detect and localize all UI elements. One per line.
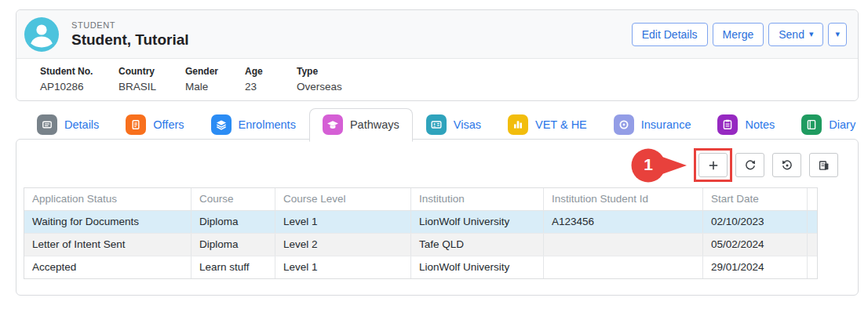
refresh-icon	[744, 159, 757, 172]
tab-label: Diary	[829, 118, 855, 131]
student-header-card: STUDENT Student, Tutorial Edit DetailsMe…	[16, 9, 859, 101]
pathways-table: Application StatusCourseCourse LevelInst…	[24, 187, 818, 279]
caret-down-icon: ▾	[835, 30, 840, 38]
insurance-icon	[614, 114, 634, 135]
tab-visas[interactable]: Visas	[413, 108, 494, 141]
details-icon	[37, 114, 57, 135]
table-cell: Waiting for Documents	[24, 211, 191, 233]
table-cell: A123456	[544, 211, 703, 233]
pathways-icon	[323, 114, 343, 135]
table-cell: Level 1	[275, 256, 411, 278]
button-label: Merge	[723, 28, 754, 41]
table-cell: LionWolf University	[411, 211, 544, 233]
table-row[interactable]: Letter of Intent SentDiplomaLevel 2Tafe …	[24, 234, 817, 256]
toolbar-buttons: 1	[16, 140, 858, 187]
info-field-country: CountryBRASIL	[119, 66, 185, 93]
column-header[interactable]: Institution	[411, 188, 544, 210]
tab-label: Enrolments	[239, 118, 296, 131]
student-page: STUDENT Student, Tutorial Edit DetailsMe…	[0, 0, 868, 316]
history-icon	[781, 159, 793, 172]
tab-label: VET & HE	[535, 118, 587, 131]
tab-label: Notes	[745, 118, 775, 131]
table-cell: Diploma	[191, 211, 275, 233]
tab-diary[interactable]: Diary	[788, 108, 868, 141]
table-row[interactable]: Waiting for DocumentsDiplomaLevel 1LionW…	[24, 211, 817, 234]
table-cell: Diploma	[191, 234, 275, 256]
tab-insurance[interactable]: Insurance	[600, 108, 705, 141]
merge-button[interactable]: Merge	[713, 23, 764, 46]
tab-details[interactable]: Details	[24, 108, 112, 141]
copy-icon	[818, 159, 830, 172]
student-avatar-icon	[24, 17, 59, 52]
table-cell: Tafe QLD	[411, 234, 544, 256]
annotation-number: 1	[640, 155, 657, 174]
info-value: BRASIL	[119, 81, 185, 93]
column-header[interactable]: Course Level	[275, 188, 411, 210]
tab-vet-he[interactable]: VET & HE	[494, 108, 600, 141]
info-value: Overseas	[297, 81, 342, 93]
info-label: Country	[119, 66, 185, 77]
notes-icon	[717, 114, 738, 135]
copy-button[interactable]	[809, 153, 838, 177]
add-button[interactable]	[698, 153, 728, 177]
enrolments-icon	[211, 114, 232, 135]
tab-panel-pathways: 1 Application StatusCourseCourse LevelIn…	[16, 139, 859, 296]
column-header[interactable]: Start Date	[703, 188, 808, 210]
table-cell: LionWolf University	[411, 256, 544, 278]
info-label: Type	[297, 66, 342, 77]
column-header[interactable]: Institution Student Id	[544, 188, 703, 210]
tab-enrolments[interactable]: Enrolments	[198, 108, 309, 141]
caret-down-icon: ▾	[809, 30, 814, 38]
button-label: Send	[779, 28, 804, 41]
button-label: Edit Details	[642, 28, 698, 41]
tab-notes[interactable]: Notes	[704, 108, 788, 141]
more-button[interactable]: ▾	[828, 23, 847, 46]
refresh-button[interactable]	[735, 153, 764, 177]
table-header-row: Application StatusCourseCourse LevelInst…	[24, 188, 817, 211]
info-field-age: Age23	[245, 66, 297, 93]
table-cell: Accepted	[24, 256, 191, 278]
table-cell: Level 1	[275, 211, 411, 233]
column-header[interactable]: Course	[191, 188, 275, 210]
student-header: STUDENT Student, Tutorial Edit DetailsMe…	[16, 10, 858, 58]
info-field-type: TypeOverseas	[297, 66, 342, 93]
scroll-gutter	[808, 234, 817, 256]
info-value: AP10286	[40, 81, 119, 93]
column-header[interactable]: Application Status	[24, 188, 191, 210]
tab-label: Details	[64, 118, 99, 131]
scroll-gutter	[808, 256, 817, 278]
info-label: Student No.	[40, 66, 119, 77]
table-cell: Learn stuff	[191, 256, 275, 278]
info-value: 23	[245, 81, 297, 93]
table-cell: 05/02/2024	[703, 234, 808, 256]
table-cell: Level 2	[275, 234, 411, 256]
tab-label: Offers	[153, 118, 184, 131]
diary-icon	[801, 114, 822, 135]
table-cell: 29/01/2024	[703, 256, 808, 278]
edit-details-button[interactable]: Edit Details	[632, 23, 708, 46]
info-field-gender: GenderMale	[185, 66, 245, 93]
info-label: Age	[245, 66, 297, 77]
plus-icon	[707, 159, 720, 172]
tab-offers[interactable]: Offers	[112, 108, 197, 141]
offers-icon	[126, 114, 146, 135]
table-row[interactable]: AcceptedLearn stuffLevel 1LionWolf Unive…	[24, 256, 817, 278]
tab-label: Visas	[454, 118, 481, 131]
visas-icon	[426, 114, 447, 135]
tab-bar: DetailsOffersEnrolmentsPathwaysVisasVET …	[16, 108, 859, 141]
tab-label: Pathways	[350, 118, 399, 131]
info-field-student-no: Student No.AP10286	[40, 66, 119, 93]
scroll-gutter	[808, 211, 817, 233]
vet-he-icon	[508, 114, 528, 135]
history-button[interactable]	[772, 153, 801, 177]
table-cell: Letter of Intent Sent	[24, 234, 191, 256]
send-button[interactable]: Send▾	[768, 23, 823, 46]
table-cell	[544, 256, 703, 278]
info-label: Gender	[185, 66, 245, 77]
table-cell	[544, 234, 703, 256]
entity-label: STUDENT	[71, 20, 632, 30]
annotation-step-1: 1	[630, 147, 688, 183]
student-name: Student, Tutorial	[71, 31, 632, 49]
table-body: Waiting for DocumentsDiplomaLevel 1LionW…	[24, 211, 817, 278]
tab-pathways[interactable]: Pathways	[309, 108, 413, 142]
